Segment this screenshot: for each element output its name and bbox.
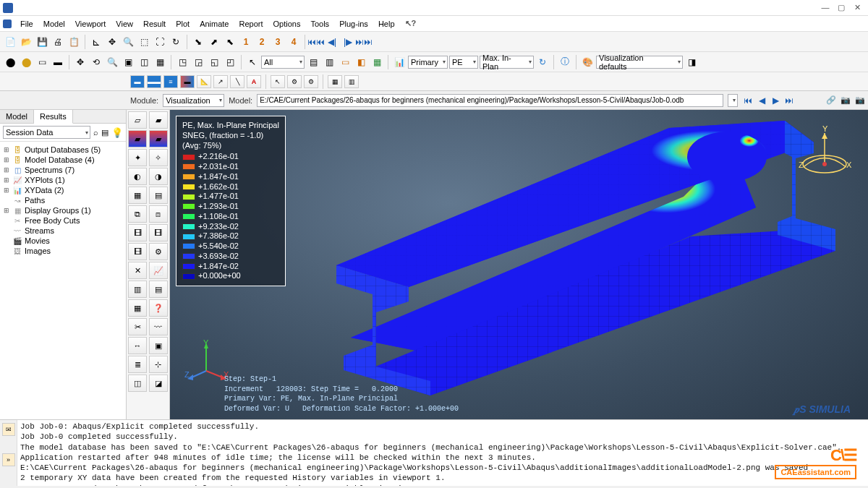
- select-icon[interactable]: ▭: [338, 55, 352, 69]
- tool-spreadsheet[interactable]: ▦: [128, 299, 147, 317]
- grid-tool-1[interactable]: ▦: [328, 75, 342, 88]
- box-icon-2[interactable]: ▬: [51, 55, 65, 69]
- view-button-2[interactable]: ⬉: [223, 35, 237, 49]
- tree-display-groups[interactable]: ⊞▦Display Groups (1): [1, 205, 124, 215]
- fit-all-button[interactable]: ◫: [137, 55, 151, 69]
- persp-button-2[interactable]: ◲: [191, 55, 205, 69]
- view-3-button[interactable]: 3: [271, 35, 285, 49]
- prev-frame-button[interactable]: ◀|: [325, 35, 339, 49]
- tool-extra-2[interactable]: ◪: [149, 374, 168, 392]
- sphere-icon[interactable]: ⬤: [3, 55, 17, 69]
- grid-tool-2[interactable]: ▥: [344, 75, 359, 88]
- options-icon[interactable]: ▤: [101, 128, 109, 137]
- render-style-6[interactable]: ↗: [213, 75, 228, 88]
- menu-plot[interactable]: Plot: [171, 18, 194, 30]
- tree-xyplots[interactable]: ⊞📈XYPlots (1): [1, 175, 124, 185]
- annotation-button[interactable]: A: [247, 75, 261, 88]
- maximize-button[interactable]: ▢: [835, 3, 848, 12]
- field-output-icon[interactable]: 📊: [392, 55, 407, 69]
- menu-plugins[interactable]: Plug-ins: [335, 18, 373, 30]
- menu-report[interactable]: Report: [234, 18, 267, 30]
- tool-superimpose[interactable]: ⧉: [128, 205, 147, 223]
- replace-button[interactable]: ▤: [306, 55, 320, 69]
- minimize-button[interactable]: —: [819, 3, 832, 12]
- menu-options[interactable]: Options: [269, 18, 305, 30]
- tool-animate-opts[interactable]: ⚙: [149, 243, 168, 260]
- menu-result[interactable]: Result: [139, 18, 170, 30]
- arrow-button[interactable]: ↖: [245, 55, 260, 69]
- camera-button-2[interactable]: 📷: [855, 95, 865, 105]
- tree-model-database[interactable]: ⊞🗄Model Database (4): [1, 155, 124, 165]
- variable-combo[interactable]: PE: [449, 56, 478, 69]
- render-style-5[interactable]: 📐: [197, 75, 211, 88]
- last-frame-button[interactable]: ⏭⏭: [357, 35, 371, 49]
- pan-button[interactable]: ✥: [105, 35, 119, 49]
- zoom-box-button[interactable]: ⬚: [137, 35, 151, 49]
- component-combo[interactable]: Max. In-Plan: [480, 56, 534, 69]
- auto-fit-button[interactable]: ▦: [153, 55, 167, 69]
- nav-last[interactable]: ⏭: [783, 95, 795, 106]
- open-button[interactable]: 📂: [19, 35, 33, 49]
- fit-button[interactable]: ⛶: [153, 35, 167, 49]
- module-combo[interactable]: Visualization: [163, 94, 224, 107]
- console-tab-main[interactable]: ✉: [2, 423, 15, 436]
- options-tool-2[interactable]: ⚙: [304, 75, 318, 88]
- triad-button[interactable]: ⬊: [191, 35, 205, 49]
- viz-defaults-combo[interactable]: Visualization defaults: [596, 56, 683, 69]
- select-icon-3[interactable]: ▦: [370, 55, 384, 69]
- next-frame-button[interactable]: |▶: [341, 35, 355, 49]
- view-button[interactable]: ⬈: [207, 35, 221, 49]
- filter-icon[interactable]: ⌕: [93, 128, 98, 137]
- tool-superimpose-opts[interactable]: ⧈: [149, 205, 168, 223]
- tool-symbol[interactable]: ✦: [128, 149, 147, 166]
- tool-history-output[interactable]: ▤: [149, 281, 168, 298]
- copy-button[interactable]: 📋: [67, 35, 81, 49]
- bulb-icon[interactable]: 💡: [111, 127, 123, 138]
- sphere-icon-2[interactable]: ⬤: [19, 55, 33, 69]
- palette-button[interactable]: 🎨: [580, 55, 595, 69]
- tool-common-opts[interactable]: ▤: [149, 187, 168, 204]
- view-2-button[interactable]: 2: [255, 35, 269, 49]
- menu-tools[interactable]: Tools: [306, 18, 333, 30]
- drop-button[interactable]: ◨: [684, 55, 699, 69]
- tool-animate-time[interactable]: 🎞: [149, 224, 168, 241]
- add-button[interactable]: ▥: [322, 55, 336, 69]
- tree-streams[interactable]: 〰Streams: [1, 226, 124, 236]
- help-cursor-icon[interactable]: ↖?: [405, 19, 417, 28]
- tree-paths[interactable]: ↝Paths: [1, 195, 124, 205]
- tool-field-output[interactable]: ▥: [128, 281, 147, 298]
- nav-prev[interactable]: ◀: [756, 95, 767, 106]
- menu-help[interactable]: Help: [374, 18, 399, 30]
- menu-view[interactable]: View: [111, 18, 137, 30]
- tree-output-databases[interactable]: ⊞🗄Output Databases (5): [1, 145, 124, 155]
- model-path-field[interactable]: E:/CAE/Current Packages/26-abaqus for be…: [257, 94, 723, 107]
- tool-display-group[interactable]: ▣: [149, 337, 168, 354]
- tree-movies[interactable]: 🎬Movies: [1, 236, 124, 246]
- save-button[interactable]: 💾: [35, 35, 49, 49]
- persp-button[interactable]: ◳: [175, 55, 190, 69]
- info-button[interactable]: ⓘ: [558, 55, 572, 69]
- link-viewport-button[interactable]: 🔗: [826, 95, 836, 105]
- display-combo[interactable]: All: [261, 56, 305, 69]
- menu-viewport[interactable]: Viewport: [71, 18, 111, 30]
- print-button[interactable]: 🖨: [51, 35, 65, 49]
- tool-xy-data[interactable]: ✕: [128, 262, 147, 279]
- tool-material-opts[interactable]: ◑: [149, 168, 168, 185]
- tool-contour-opts[interactable]: ▰: [149, 130, 168, 147]
- tool-animate-harmonic[interactable]: 🎞: [128, 243, 147, 260]
- tree-images[interactable]: 🖼Images: [1, 246, 124, 256]
- refresh-button[interactable]: ↻: [535, 55, 550, 69]
- close-button[interactable]: ✕: [851, 3, 864, 12]
- view-4-button[interactable]: 4: [286, 35, 301, 49]
- tool-query[interactable]: ❓: [149, 299, 168, 317]
- box-zoom-button[interactable]: ▣: [121, 55, 135, 69]
- tab-model[interactable]: Model: [0, 110, 34, 123]
- session-combo[interactable]: Session Data: [3, 126, 90, 139]
- view-1-button[interactable]: 1: [239, 35, 253, 49]
- menu-file[interactable]: File: [16, 18, 38, 30]
- position-combo[interactable]: Primary: [408, 56, 448, 69]
- tool-common[interactable]: ▦: [128, 187, 147, 204]
- console-tab-cmd[interactable]: »: [2, 453, 15, 466]
- tool-free-body[interactable]: ↔: [128, 337, 147, 354]
- tool-extra-1[interactable]: ◫: [128, 374, 147, 392]
